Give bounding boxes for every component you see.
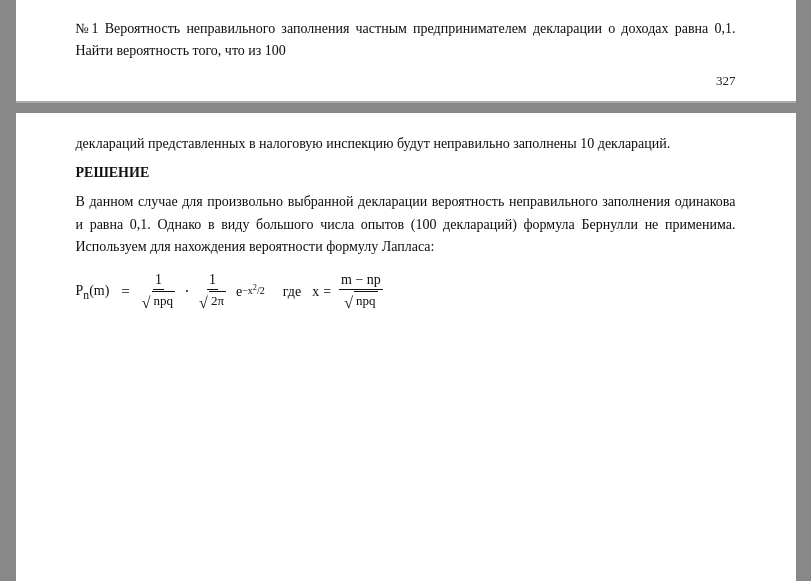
- sqrt-2pi: √ 2π: [199, 291, 226, 310]
- frac1-denominator: √ npq: [140, 290, 177, 311]
- frac1-numerator: 1: [153, 272, 164, 290]
- formula-dot: ·: [185, 283, 189, 301]
- frac2-numerator: 1: [207, 272, 218, 290]
- formula-equals: =: [121, 283, 129, 300]
- solution-body: В данном случае для произвольно выбранно…: [76, 191, 736, 258]
- formula-pn-sub: n: [83, 288, 89, 301]
- formula-frac2: 1 √ 2π: [197, 272, 228, 311]
- x-fraction: m − np √ npq: [339, 272, 383, 311]
- sqrt-content-3: npq: [354, 291, 378, 310]
- x-numerator: m − np: [339, 272, 383, 290]
- solution-header: РЕШЕНИЕ: [76, 165, 736, 181]
- formula-exp: e −x2/2: [236, 284, 265, 300]
- x-equals: =: [323, 284, 331, 300]
- continuation-text: деклараций представленных в налоговую ин…: [76, 133, 736, 155]
- formula-frac1: 1 √ npq: [140, 272, 177, 311]
- where-label: где: [283, 284, 301, 300]
- sqrt-npq-x: √ npq: [344, 291, 377, 310]
- frac2-denominator: √ 2π: [197, 290, 228, 311]
- sqrt-npq: √ npq: [142, 291, 175, 310]
- x-label: x: [305, 284, 319, 300]
- exp-x2: 2: [253, 283, 257, 292]
- sqrt-symbol-2: √: [199, 295, 208, 311]
- page-top-fragment: №1 Вероятность неправильного заполнения …: [16, 0, 796, 103]
- sqrt-symbol-1: √: [142, 295, 151, 311]
- x-denominator: √ npq: [342, 290, 379, 311]
- page-bottom-fragment: деклараций представленных в налоговую ин…: [16, 113, 796, 581]
- page-gap: [0, 103, 811, 113]
- formula-where: где x = m − np √ npq: [283, 272, 387, 311]
- formula-line: Pn(m) = 1 √ npq · 1 √ 2π: [76, 272, 736, 311]
- sqrt-content-2: 2π: [209, 291, 226, 310]
- sqrt-symbol-3: √: [344, 295, 353, 311]
- sqrt-content-1: npq: [152, 291, 176, 310]
- formula-pn-label: Pn(m): [76, 283, 110, 302]
- task-text: №1 Вероятность неправильного заполнения …: [76, 18, 736, 63]
- page-number: 327: [76, 73, 736, 89]
- exp-power: −x2/2: [242, 284, 265, 296]
